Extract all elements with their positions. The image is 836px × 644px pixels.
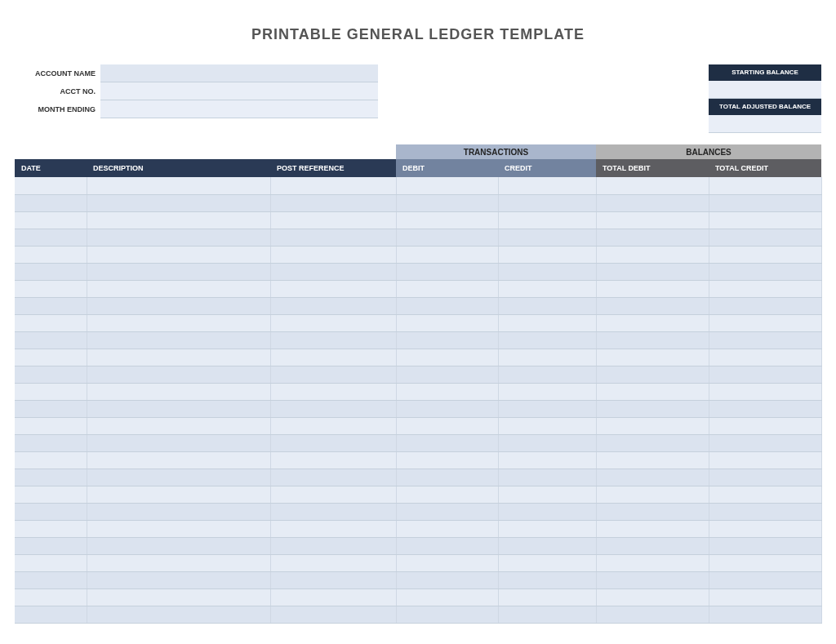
cell-total_credit[interactable] xyxy=(709,417,821,434)
cell-date[interactable] xyxy=(15,434,87,451)
cell-credit[interactable] xyxy=(498,486,596,503)
cell-credit[interactable] xyxy=(498,571,596,588)
cell-total_credit[interactable] xyxy=(709,554,821,571)
cell-post_reference[interactable] xyxy=(270,486,396,503)
cell-total_credit[interactable] xyxy=(709,297,821,314)
cell-description[interactable] xyxy=(87,297,270,314)
cell-total_debit[interactable] xyxy=(596,400,709,417)
cell-date[interactable] xyxy=(15,297,87,314)
cell-post_reference[interactable] xyxy=(270,263,396,280)
cell-date[interactable] xyxy=(15,349,87,366)
cell-date[interactable] xyxy=(15,263,87,280)
cell-total_credit[interactable] xyxy=(709,606,821,623)
cell-credit[interactable] xyxy=(498,434,596,451)
cell-post_reference[interactable] xyxy=(270,349,396,366)
cell-description[interactable] xyxy=(87,177,270,194)
cell-credit[interactable] xyxy=(498,297,596,314)
cell-debit[interactable] xyxy=(396,383,498,400)
cell-total_credit[interactable] xyxy=(709,263,821,280)
cell-description[interactable] xyxy=(87,194,270,211)
cell-post_reference[interactable] xyxy=(270,314,396,331)
cell-post_reference[interactable] xyxy=(270,417,396,434)
cell-credit[interactable] xyxy=(498,314,596,331)
cell-total_credit[interactable] xyxy=(709,194,821,211)
cell-debit[interactable] xyxy=(396,400,498,417)
cell-date[interactable] xyxy=(15,229,87,246)
cell-debit[interactable] xyxy=(396,331,498,349)
cell-date[interactable] xyxy=(15,331,87,349)
cell-credit[interactable] xyxy=(498,177,596,194)
cell-credit[interactable] xyxy=(498,400,596,417)
cell-total_credit[interactable] xyxy=(709,469,821,486)
cell-total_credit[interactable] xyxy=(709,571,821,588)
cell-total_debit[interactable] xyxy=(596,280,709,297)
cell-total_debit[interactable] xyxy=(596,229,709,246)
cell-date[interactable] xyxy=(15,366,87,383)
cell-debit[interactable] xyxy=(396,503,498,520)
cell-description[interactable] xyxy=(87,486,270,503)
cell-total_credit[interactable] xyxy=(709,434,821,451)
cell-total_credit[interactable] xyxy=(709,486,821,503)
cell-total_credit[interactable] xyxy=(709,366,821,383)
cell-debit[interactable] xyxy=(396,314,498,331)
cell-credit[interactable] xyxy=(498,263,596,280)
cell-total_credit[interactable] xyxy=(709,503,821,520)
cell-total_debit[interactable] xyxy=(596,177,709,194)
cell-total_debit[interactable] xyxy=(596,246,709,263)
cell-total_debit[interactable] xyxy=(596,297,709,314)
cell-post_reference[interactable] xyxy=(270,177,396,194)
cell-date[interactable] xyxy=(15,571,87,588)
cell-total_debit[interactable] xyxy=(596,314,709,331)
cell-date[interactable] xyxy=(15,280,87,297)
cell-credit[interactable] xyxy=(498,331,596,349)
cell-debit[interactable] xyxy=(396,417,498,434)
cell-description[interactable] xyxy=(87,503,270,520)
cell-description[interactable] xyxy=(87,383,270,400)
cell-description[interactable] xyxy=(87,400,270,417)
cell-post_reference[interactable] xyxy=(270,246,396,263)
cell-post_reference[interactable] xyxy=(270,211,396,229)
cell-debit[interactable] xyxy=(396,554,498,571)
cell-description[interactable] xyxy=(87,469,270,486)
cell-date[interactable] xyxy=(15,606,87,623)
cell-post_reference[interactable] xyxy=(270,520,396,537)
cell-debit[interactable] xyxy=(396,194,498,211)
cell-debit[interactable] xyxy=(396,451,498,469)
cell-description[interactable] xyxy=(87,520,270,537)
cell-post_reference[interactable] xyxy=(270,451,396,469)
cell-total_debit[interactable] xyxy=(596,537,709,554)
cell-credit[interactable] xyxy=(498,554,596,571)
cell-debit[interactable] xyxy=(396,177,498,194)
cell-total_credit[interactable] xyxy=(709,383,821,400)
cell-description[interactable] xyxy=(87,331,270,349)
cell-total_debit[interactable] xyxy=(596,503,709,520)
cell-post_reference[interactable] xyxy=(270,383,396,400)
cell-post_reference[interactable] xyxy=(270,588,396,606)
cell-post_reference[interactable] xyxy=(270,331,396,349)
cell-date[interactable] xyxy=(15,537,87,554)
cell-credit[interactable] xyxy=(498,229,596,246)
cell-post_reference[interactable] xyxy=(270,554,396,571)
cell-total_debit[interactable] xyxy=(596,417,709,434)
cell-credit[interactable] xyxy=(498,537,596,554)
cell-description[interactable] xyxy=(87,571,270,588)
cell-debit[interactable] xyxy=(396,297,498,314)
cell-total_debit[interactable] xyxy=(596,554,709,571)
cell-date[interactable] xyxy=(15,177,87,194)
cell-date[interactable] xyxy=(15,554,87,571)
cell-description[interactable] xyxy=(87,434,270,451)
cell-credit[interactable] xyxy=(498,366,596,383)
cell-debit[interactable] xyxy=(396,588,498,606)
cell-date[interactable] xyxy=(15,417,87,434)
cell-credit[interactable] xyxy=(498,211,596,229)
cell-total_credit[interactable] xyxy=(709,349,821,366)
cell-total_credit[interactable] xyxy=(709,520,821,537)
cell-debit[interactable] xyxy=(396,366,498,383)
cell-total_debit[interactable] xyxy=(596,194,709,211)
month-ending-field[interactable] xyxy=(100,100,378,118)
account-no-field[interactable] xyxy=(100,82,378,100)
cell-post_reference[interactable] xyxy=(270,537,396,554)
cell-total_credit[interactable] xyxy=(709,400,821,417)
cell-post_reference[interactable] xyxy=(270,400,396,417)
cell-post_reference[interactable] xyxy=(270,503,396,520)
